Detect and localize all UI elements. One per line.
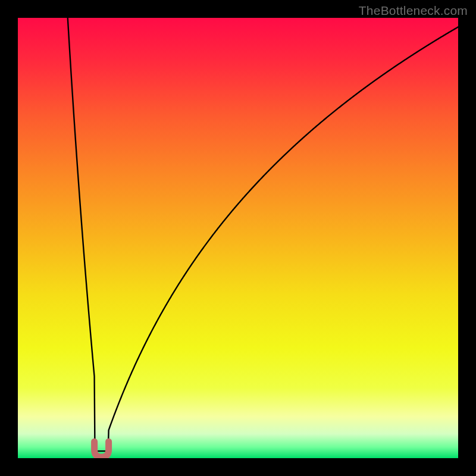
plot-area [18,18,458,458]
chart-frame: TheBottleneck.com [0,0,476,476]
gradient-background [18,18,458,458]
chart-svg [18,18,458,458]
attribution-text: TheBottleneck.com [359,4,468,18]
